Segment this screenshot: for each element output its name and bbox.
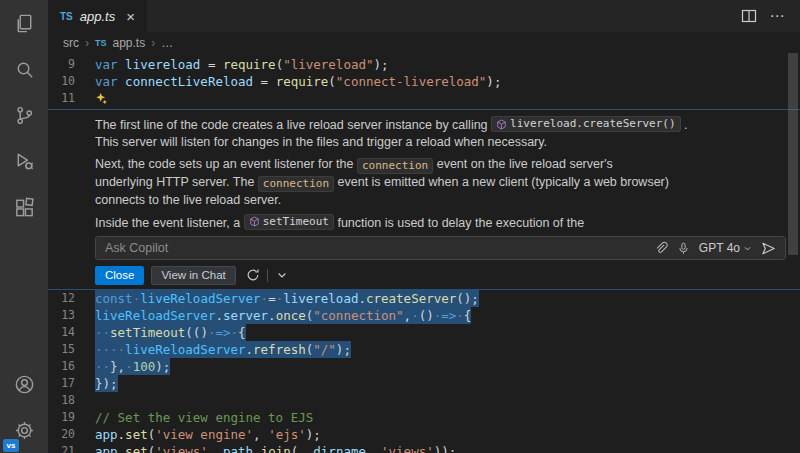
breadcrumb-folder[interactable]: src	[63, 36, 79, 50]
code-token: .	[118, 444, 126, 453]
code-token: =	[268, 291, 276, 306]
inline-code-chip: connection	[258, 176, 334, 192]
breadcrumb: src › TS app.ts › …	[48, 32, 800, 53]
line-number[interactable]: 10	[48, 73, 95, 90]
code-lines-below: 12const·liveReloadServer·=·livereload.cr…	[48, 290, 800, 453]
code-line[interactable]: 20app.set('view engine', 'ejs');	[48, 426, 800, 443]
code-token: {	[238, 325, 246, 340]
close-button[interactable]: Close	[95, 266, 144, 285]
code-line[interactable]: 11	[48, 90, 800, 107]
code-token: join	[261, 444, 291, 453]
code-token: ·	[261, 291, 269, 306]
code-token: "/"	[313, 342, 336, 357]
line-content: app.set('view engine', 'ejs');	[95, 426, 800, 443]
extensions-icon[interactable]	[0, 184, 48, 230]
send-icon[interactable]	[761, 241, 776, 256]
code-token: .	[118, 427, 126, 442]
line-number[interactable]: 20	[48, 426, 95, 443]
attach-icon[interactable]	[654, 241, 668, 255]
code-editor[interactable]: 9var livereload = require("livereload");…	[48, 53, 800, 453]
code-token: =>	[215, 325, 230, 340]
line-number[interactable]: 9	[48, 56, 95, 73]
code-token: livereload	[125, 57, 200, 72]
mic-icon[interactable]	[677, 242, 690, 255]
model-picker[interactable]: GPT 4o	[699, 241, 752, 255]
code-token: app	[95, 444, 118, 453]
code-token: );	[336, 342, 351, 357]
chat-paragraph: The first line of the code creates a liv…	[95, 116, 757, 151]
chevron-right-icon: ›	[85, 36, 89, 50]
code-line[interactable]: 9var livereload = require("livereload");	[48, 56, 800, 73]
code-token: =	[200, 57, 223, 72]
line-number[interactable]: 17	[48, 375, 95, 392]
typescript-file-icon: TS	[60, 11, 73, 22]
rerun-icon[interactable]	[243, 266, 263, 285]
code-token: ·	[125, 359, 133, 374]
line-number[interactable]: 19	[48, 409, 95, 426]
breadcrumb-file[interactable]: app.ts	[113, 36, 146, 50]
copilot-input[interactable]	[105, 241, 645, 255]
code-line[interactable]: 18	[48, 392, 800, 409]
line-number[interactable]: 14	[48, 324, 95, 341]
code-token: 'views'	[381, 444, 434, 453]
search-icon[interactable]	[0, 46, 48, 92]
tab-label: app.ts	[80, 9, 115, 24]
close-tab-icon[interactable]: ×	[126, 9, 135, 24]
run-debug-icon[interactable]	[0, 138, 48, 184]
line-content: var livereload = require("livereload");	[95, 56, 800, 73]
code-line[interactable]: 14··setTimeout(()·=>·{	[48, 324, 800, 341]
more-actions-icon[interactable]: ⋯	[764, 3, 790, 29]
code-token: setTimeout	[110, 325, 185, 340]
code-token: .	[246, 342, 254, 357]
code-token: ();	[456, 291, 479, 306]
tab-app-ts[interactable]: TS app.ts ×	[48, 0, 147, 32]
account-icon[interactable]	[0, 361, 48, 407]
line-number[interactable]: 15	[48, 341, 95, 358]
code-line[interactable]: 21app.set('views', path.join(__dirname, …	[48, 443, 800, 453]
line-content	[95, 90, 800, 107]
symbol-method-icon	[249, 216, 260, 227]
code-line[interactable]: 13liveReloadServer.server.once("connecti…	[48, 307, 800, 324]
source-control-icon[interactable]	[0, 92, 48, 138]
line-number[interactable]: 16	[48, 358, 95, 375]
code-token: .	[358, 291, 366, 306]
code-line[interactable]: 17});	[48, 375, 800, 392]
line-content: // Set the view engine to EJS	[95, 409, 800, 426]
code-token: "livereload"	[283, 57, 373, 72]
code-token: },	[110, 359, 125, 374]
line-number[interactable]: 13	[48, 307, 95, 324]
code-line[interactable]: 10var connectLiveReload = require("conne…	[48, 73, 800, 90]
code-token: (	[328, 74, 336, 89]
code-token: ,	[366, 444, 381, 453]
code-token: set	[125, 444, 148, 453]
code-token	[118, 57, 126, 72]
code-token: const	[95, 291, 133, 306]
line-number[interactable]: 21	[48, 443, 95, 453]
split-editor-icon[interactable]	[736, 3, 762, 29]
view-in-chat-button[interactable]: View in Chat	[151, 266, 235, 285]
inline-code-chip: setTimeout	[244, 214, 334, 230]
breadcrumb-symbol[interactable]: …	[161, 36, 173, 50]
code-line[interactable]: 12const·liveReloadServer·=·livereload.cr…	[48, 290, 800, 307]
line-number[interactable]: 18	[48, 392, 95, 409]
code-token: =	[253, 74, 276, 89]
chip-text: connection	[263, 177, 329, 191]
code-token: ·	[411, 308, 419, 323]
chevron-down-icon[interactable]	[272, 266, 292, 285]
copilot-sparkle-icon[interactable]	[95, 92, 108, 105]
code-line[interactable]: 19// Set the view engine to EJS	[48, 409, 800, 426]
copilot-input-box[interactable]: GPT 4o	[95, 236, 786, 260]
code-token	[118, 74, 126, 89]
code-token: require	[223, 57, 276, 72]
copilot-response: The first line of the code creates a liv…	[95, 116, 757, 231]
explorer-icon[interactable]	[0, 0, 48, 46]
code-token: var	[95, 57, 118, 72]
activity-bar: vs	[0, 0, 48, 453]
line-number[interactable]: 11	[48, 90, 95, 107]
code-line[interactable]: 16··},·100);	[48, 358, 800, 375]
code-line[interactable]: 15····liveReloadServer.refresh("/");	[48, 341, 800, 358]
vscode-window: vs TS app.ts × ⋯ src › TS app.ts › …	[0, 0, 800, 453]
line-number[interactable]: 12	[48, 290, 95, 307]
scrollbar-thumb[interactable]	[788, 53, 798, 255]
code-token: __dirname	[298, 444, 366, 453]
